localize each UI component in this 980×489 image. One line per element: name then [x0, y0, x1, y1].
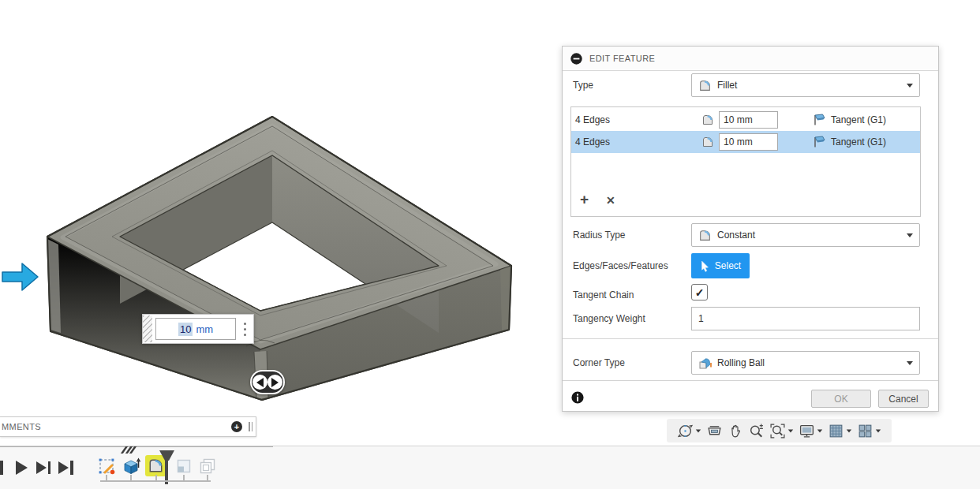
look-at-icon — [706, 423, 723, 439]
pan-button[interactable] — [728, 423, 743, 439]
edge-row-name: 4 Edges — [575, 136, 701, 147]
fillet-icon — [148, 457, 164, 474]
check-icon: ✓ — [695, 287, 705, 298]
radius-type-dropdown[interactable]: Constant — [691, 223, 920, 247]
step-back-button[interactable] — [0, 461, 3, 475]
ok-button[interactable]: OK — [811, 390, 871, 408]
fillet-icon — [698, 229, 712, 242]
tangent-flag-icon — [813, 114, 826, 126]
select-button[interactable]: Select — [691, 253, 750, 278]
cancel-button-label: Cancel — [888, 394, 918, 405]
go-to-end-button[interactable] — [58, 461, 73, 475]
look-at-button[interactable] — [706, 423, 723, 439]
fillet-icon — [698, 79, 712, 92]
info-icon[interactable] — [571, 391, 584, 404]
chevron-down-icon — [847, 429, 851, 432]
cursor-icon — [700, 260, 710, 272]
grid-icon — [828, 423, 844, 439]
timeline-fillet-feature-active[interactable] — [145, 455, 166, 476]
display-settings-button[interactable] — [799, 423, 823, 439]
tangent-flag-icon — [813, 136, 826, 148]
fillet-drag-handle[interactable] — [250, 370, 285, 394]
grid-snap-button[interactable] — [828, 423, 852, 439]
edge-row-selected[interactable]: 4 Edges 10 mm Tangent (G1) — [571, 131, 920, 153]
type-dropdown[interactable]: Fillet — [691, 73, 920, 97]
ok-button-label: OK — [834, 394, 847, 405]
edge-row-name: 4 Edges — [575, 114, 701, 125]
cancel-button[interactable]: Cancel — [878, 390, 929, 408]
fillet-icon — [701, 136, 714, 148]
tangency-weight-label: Tangency Weight — [573, 307, 645, 330]
edge-row[interactable]: 4 Edges 10 mm Tangent (G1) — [571, 109, 920, 131]
remove-edge-set-button[interactable]: ✕ — [606, 194, 615, 207]
fillet-icon — [701, 114, 714, 126]
comments-panel[interactable]: MMENTS + — [0, 416, 256, 437]
dialog-title: EDIT FEATURE — [589, 54, 655, 63]
navigation-bar — [667, 419, 892, 442]
tangency-weight-input[interactable]: 1 — [691, 307, 920, 330]
chevron-down-icon — [907, 84, 913, 88]
tangent-chain-checkbox[interactable]: ✓ — [691, 284, 708, 300]
comments-panel-title: MMENTS — [2, 422, 231, 431]
collapse-icon[interactable] — [570, 53, 582, 65]
chevron-down-icon — [876, 429, 881, 432]
zoom-icon — [748, 423, 765, 439]
type-value: Fillet — [717, 80, 901, 91]
rolling-ball-icon — [698, 356, 712, 370]
select-button-label: Select — [715, 260, 741, 271]
timeline-sketch-feature[interactable] — [97, 457, 116, 476]
timeline-extrude-feature[interactable] — [122, 457, 140, 476]
dimension-input-box[interactable]: 10 mm — [142, 314, 254, 344]
timeline-suppressed-feature-1[interactable] — [174, 457, 193, 476]
timeline-tick — [207, 475, 208, 481]
dialog-title-bar[interactable]: EDIT FEATURE — [563, 47, 938, 71]
corner-type-value: Rolling Ball — [717, 357, 901, 368]
dimension-drag-dots[interactable] — [244, 323, 249, 336]
orbit-button[interactable] — [677, 423, 701, 439]
step-forward-button[interactable] — [36, 461, 50, 474]
edge-continuity: Tangent (G1) — [831, 114, 886, 125]
direction-arrow-manipulator[interactable] — [0, 259, 41, 295]
fit-button[interactable] — [769, 423, 794, 439]
edge-radius-value: 10 mm — [724, 114, 753, 125]
dimension-value: 10 — [178, 323, 193, 336]
add-comment-button[interactable]: + — [231, 421, 242, 432]
radius-type-value: Constant — [717, 230, 901, 241]
add-edge-set-button[interactable]: + — [580, 191, 589, 208]
orbit-icon — [677, 423, 694, 439]
tangency-weight-value: 1 — [698, 313, 704, 324]
chevron-down-icon — [817, 429, 822, 432]
edit-marks — [123, 446, 134, 454]
edge-radius-input[interactable]: 10 mm — [719, 111, 778, 129]
dimension-unit: mm — [196, 323, 213, 335]
dimension-spring-handle[interactable] — [143, 315, 152, 342]
chevron-down-icon — [907, 361, 913, 365]
arrow-right-icon — [267, 375, 282, 390]
edge-radius-input[interactable]: 10 mm — [719, 133, 778, 151]
tangent-chain-label: Tangent Chain — [573, 283, 634, 307]
timeline-tick — [130, 475, 132, 481]
panel-resize-grip[interactable] — [249, 422, 252, 431]
play-button[interactable] — [16, 461, 28, 475]
divider — [563, 338, 938, 339]
model-3d-body[interactable] — [24, 106, 533, 414]
corner-type-label: Corner Type — [573, 351, 625, 375]
dimension-input[interactable]: 10 mm — [155, 318, 236, 340]
chevron-down-icon — [696, 429, 701, 432]
edit-feature-dialog: EDIT FEATURE Type Fillet 4 Edges 10 mm — [562, 46, 939, 412]
arrow-left-icon — [252, 375, 267, 390]
chevron-down-icon — [907, 233, 913, 237]
viewports-button[interactable] — [857, 423, 881, 439]
viewports-icon — [857, 423, 873, 439]
edge-continuity: Tangent (G1) — [831, 136, 886, 147]
timeline-suppressed-feature-2[interactable] — [198, 457, 217, 476]
fit-icon — [769, 423, 786, 439]
edge-set-list: 4 Edges 10 mm Tangent (G1) 4 Edges 1 — [570, 106, 921, 217]
corner-type-dropdown[interactable]: Rolling Ball — [691, 351, 920, 375]
pan-hand-icon — [728, 423, 743, 439]
display-icon — [799, 423, 815, 439]
timeline-tick — [183, 475, 185, 481]
zoom-button[interactable] — [748, 423, 765, 439]
radius-type-label: Radius Type — [573, 223, 626, 247]
divider — [563, 380, 938, 381]
